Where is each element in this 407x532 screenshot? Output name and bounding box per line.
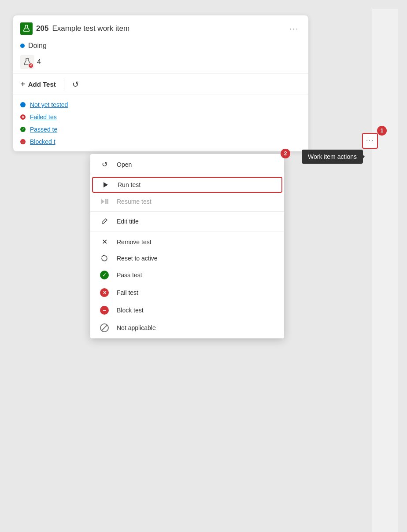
test-count-number: 4 (37, 58, 41, 66)
test-error-dot (28, 63, 33, 68)
card-title: Example test work item (52, 24, 287, 33)
status-dot-failed: ✕ (20, 114, 26, 120)
menu-item-block-test[interactable]: − Block test (90, 301, 284, 319)
menu-item-resume-test: Resume test (90, 194, 284, 209)
menu-remove-test-label: Remove test (117, 238, 152, 246)
block-test-icon: − (99, 306, 110, 315)
right-panel (372, 9, 398, 532)
list-item[interactable]: Not yet tested (13, 99, 308, 111)
work-item-actions-tooltip: Work item actions (302, 150, 363, 164)
card-header: 205 Example test work item ··· (13, 15, 308, 40)
dropdown-menu: 2 ↺ Open Run test (90, 154, 284, 338)
plus-icon: + (20, 79, 26, 89)
open-icon: ↺ (99, 160, 110, 169)
menu-item-pass-test[interactable]: ✓ Pass test (90, 266, 284, 284)
menu-separator (90, 175, 284, 175)
flask-icon (22, 25, 30, 33)
menu-separator (90, 211, 284, 212)
menu-edit-title-label: Edit title (117, 218, 139, 225)
test-item-label: Not yet tested (30, 101, 68, 108)
test-item-label: Blocked t (30, 138, 56, 145)
svg-marker-0 (104, 182, 108, 187)
list-item[interactable]: − Blocked t (13, 136, 308, 148)
refresh-button[interactable]: ↺ (69, 78, 82, 91)
menu-item-open[interactable]: ↺ Open (90, 156, 284, 173)
add-test-label: Add Test (28, 81, 56, 88)
status-dot-blocked: − (20, 139, 26, 144)
menu-item-reset-active[interactable]: Reset to active (90, 250, 284, 266)
add-test-button[interactable]: + Add Test (20, 77, 59, 91)
page-container: 205 Example test work item ··· Doing 4 +… (9, 9, 398, 532)
menu-resume-test-label: Resume test (117, 198, 152, 205)
fail-test-icon: ✕ (99, 288, 110, 297)
resume-icon (99, 198, 110, 205)
not-applicable-icon (99, 323, 110, 332)
menu-open-label: Open (117, 161, 132, 168)
status-label: Doing (28, 42, 47, 50)
test-icon-badge (20, 55, 34, 69)
test-count-row: 4 (13, 53, 308, 73)
play-triangle-icon (102, 181, 109, 188)
red-minus-circle: − (100, 306, 109, 315)
x-icon: ✕ (99, 238, 110, 246)
green-check-circle: ✓ (100, 271, 109, 279)
work-item-actions-button[interactable]: ··· (362, 133, 378, 149)
svg-rect-3 (107, 199, 108, 204)
step-badge-2: 2 (281, 149, 290, 158)
list-item[interactable]: ✕ Failed tes (13, 111, 308, 123)
resume-play-icon (100, 198, 108, 205)
play-icon (100, 181, 111, 188)
card-number: 205 (36, 24, 48, 33)
menu-separator (90, 231, 284, 231)
menu-not-applicable-label: Not applicable (117, 324, 156, 331)
reset-icon (99, 255, 110, 262)
test-item-label: Passed te (30, 126, 57, 133)
test-item-label: Failed tes (30, 114, 57, 121)
pass-test-icon: ✓ (99, 271, 110, 279)
menu-item-edit-title[interactable]: Edit title (90, 213, 284, 229)
status-dot-blue (20, 44, 25, 48)
menu-fail-test-label: Fail test (117, 289, 138, 296)
main-card: 205 Example test work item ··· Doing 4 +… (13, 15, 308, 151)
toolbar: + Add Test ↺ (13, 73, 308, 95)
status-dot-not-tested (20, 102, 26, 107)
status-row: Doing (13, 40, 308, 53)
reset-arrow-icon (101, 255, 108, 262)
list-item[interactable]: ✓ Passed te (13, 123, 308, 136)
menu-item-not-applicable[interactable]: Not applicable (90, 319, 284, 337)
work-item-icon (20, 22, 33, 35)
card-more-button[interactable]: ··· (287, 22, 301, 36)
menu-item-remove-test[interactable]: ✕ Remove test (90, 233, 284, 250)
slash-circle (100, 323, 109, 332)
menu-block-test-label: Block test (117, 307, 144, 314)
toolbar-divider (64, 78, 64, 91)
step-badge-1: 1 (377, 126, 387, 136)
test-list: Not yet tested ✕ Failed tes ✓ Passed te … (13, 95, 308, 151)
pencil-icon (99, 218, 110, 225)
menu-reset-active-label: Reset to active (117, 255, 158, 262)
red-x-circle: ✕ (100, 288, 109, 297)
svg-marker-1 (101, 199, 104, 204)
menu-pass-test-label: Pass test (117, 272, 142, 279)
edit-pencil-icon (101, 218, 108, 225)
svg-rect-2 (105, 199, 107, 204)
menu-item-fail-test[interactable]: ✕ Fail test (90, 284, 284, 301)
menu-run-test-label: Run test (118, 181, 141, 188)
status-dot-passed: ✓ (20, 127, 26, 132)
menu-item-run-test[interactable]: Run test (92, 177, 282, 193)
